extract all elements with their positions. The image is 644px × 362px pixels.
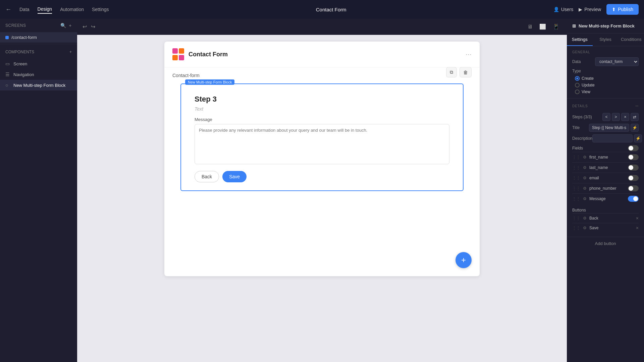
- nav-data[interactable]: Data: [19, 5, 30, 13]
- form-card-header: Contact Form ⋯: [164, 42, 480, 67]
- buttons-header-label: Buttons: [572, 208, 586, 213]
- title-input[interactable]: [589, 124, 629, 132]
- field-name-label: first_name: [589, 155, 625, 160]
- screens-section-header: Screens 🔍 +: [0, 19, 77, 32]
- undo-button[interactable]: ↩: [83, 23, 87, 30]
- nav-automation[interactable]: Automation: [60, 5, 84, 13]
- top-right-actions: 👤 Users ▶ Preview ⬆ Publish: [553, 4, 639, 15]
- preview-button[interactable]: ▶ Preview: [579, 7, 601, 12]
- type-view-label: View: [582, 89, 590, 94]
- message-field-label: Message: [195, 117, 449, 122]
- desc-input[interactable]: [592, 134, 633, 142]
- step-prev-button[interactable]: <: [602, 113, 610, 121]
- comp-form-block[interactable]: ○ New Multi-step Form Block: [0, 80, 77, 90]
- add-button-link[interactable]: Add button: [595, 241, 616, 246]
- back-button[interactable]: ←: [5, 6, 11, 13]
- back-form-button[interactable]: Back: [195, 171, 219, 182]
- field-drag-icon[interactable]: ⋮⋮: [572, 165, 580, 170]
- form-block-wrapper: New Multi-step Form Block Step 3 Text Me…: [172, 83, 472, 191]
- save-form-button[interactable]: Save: [222, 171, 247, 182]
- search-icon[interactable]: 🔍: [60, 23, 66, 28]
- field-email: ⋮⋮ ⚙ email: [572, 173, 639, 183]
- field-gear-icon[interactable]: ⚙: [583, 165, 587, 170]
- field-gear-icon[interactable]: ⚙: [583, 176, 587, 180]
- type-create-label: Create: [582, 76, 594, 81]
- add-fab-button[interactable]: +: [455, 252, 472, 268]
- btn-gear-icon[interactable]: ⚙: [583, 216, 587, 221]
- users-label: Users: [561, 7, 574, 12]
- comp-navigation[interactable]: ☰ Navigation: [0, 69, 77, 80]
- step-share-button[interactable]: ⇄: [631, 113, 639, 121]
- btn-drag-icon[interactable]: ⋮⋮: [572, 226, 580, 230]
- radio-view: [575, 89, 580, 94]
- page-title: Contact Form: [117, 7, 545, 12]
- tab-conditions[interactable]: Conditions: [618, 34, 644, 46]
- field-name-label: Message: [589, 196, 625, 201]
- form-card: Contact Form ⋯ Contact-form ⧉ 🗑 New Mult…: [164, 42, 480, 276]
- button-back: ⋮⋮ ⚙ Back ×: [572, 213, 639, 223]
- last-name-toggle[interactable]: [628, 165, 639, 171]
- btn-gear-icon[interactable]: ⚙: [583, 226, 587, 230]
- field-gear-icon[interactable]: ⚙: [583, 186, 587, 191]
- steps-label: Steps (3/3): [572, 115, 592, 119]
- step-next-button[interactable]: >: [612, 113, 620, 121]
- fields-master-toggle[interactable]: [628, 145, 639, 151]
- top-nav: ← Data Design Automation Settings Contac…: [0, 0, 644, 19]
- publish-button[interactable]: ⬆ Publish: [606, 4, 639, 15]
- delete-button[interactable]: 🗑: [460, 67, 472, 77]
- mobile-view-button[interactable]: 📱: [551, 22, 561, 31]
- type-create[interactable]: Create: [575, 76, 639, 81]
- view-buttons: 🖥 ⬜ 📱: [525, 22, 561, 31]
- add-component-icon[interactable]: +: [69, 50, 72, 54]
- desktop-view-button[interactable]: 🖥: [525, 22, 535, 31]
- users-icon: 👤: [553, 7, 559, 12]
- field-drag-icon[interactable]: ⋮⋮: [572, 155, 580, 160]
- field-last-name: ⋮⋮ ⚙ last_name: [572, 162, 639, 173]
- tab-settings[interactable]: Settings: [567, 34, 593, 46]
- details-collapse-icon[interactable]: −: [635, 103, 639, 110]
- field-drag-icon[interactable]: ⋮⋮: [572, 176, 580, 180]
- field-gear-icon[interactable]: ⚙: [583, 196, 587, 201]
- data-row: Data contact_form: [572, 57, 639, 66]
- field-drag-icon[interactable]: ⋮⋮: [572, 186, 580, 191]
- screen-item-contact-form[interactable]: /contact-form: [0, 32, 77, 43]
- step-title: Step 3: [195, 95, 449, 104]
- form-buttons: Back Save: [195, 171, 449, 182]
- data-select[interactable]: contact_form: [595, 57, 639, 66]
- email-toggle[interactable]: [628, 175, 639, 181]
- tablet-view-button[interactable]: ⬜: [537, 22, 548, 31]
- screen-item-label: /contact-form: [11, 35, 37, 40]
- copy-button[interactable]: ⧉: [446, 67, 457, 77]
- btn-save-close[interactable]: ×: [636, 225, 639, 231]
- type-update[interactable]: Update: [575, 83, 639, 87]
- form-block-inner: Step 3 Text Message Back Save: [181, 84, 463, 190]
- radio-update: [575, 83, 580, 87]
- message-textarea[interactable]: [195, 124, 449, 164]
- preview-icon: ▶: [579, 7, 582, 12]
- field-gear-icon[interactable]: ⚙: [583, 155, 587, 160]
- redo-button[interactable]: ↪: [91, 23, 95, 30]
- message-toggle[interactable]: [628, 196, 639, 202]
- button-save: ⋮⋮ ⚙ Save ×: [572, 223, 639, 233]
- btn-drag-icon[interactable]: ⋮⋮: [572, 216, 580, 221]
- tab-styles[interactable]: Styles: [593, 34, 619, 46]
- fields-header-row: Fields: [572, 145, 639, 151]
- btn-back-close[interactable]: ×: [636, 216, 639, 221]
- phone-toggle[interactable]: [628, 185, 639, 191]
- nav-settings[interactable]: Settings: [92, 5, 109, 13]
- type-view[interactable]: View: [575, 89, 639, 94]
- form-block[interactable]: New Multi-step Form Block Step 3 Text Me…: [180, 83, 464, 191]
- general-section: GENERAL Data contact_form Type Create Up…: [567, 46, 644, 99]
- btn-save-label: Save: [589, 226, 633, 230]
- users-button[interactable]: 👤 Users: [553, 7, 574, 12]
- first-name-toggle[interactable]: [628, 154, 639, 160]
- add-screen-icon[interactable]: +: [69, 23, 72, 28]
- field-drag-icon[interactable]: ⋮⋮: [572, 196, 580, 201]
- nav-design[interactable]: Design: [38, 5, 52, 14]
- desc-lightning-button[interactable]: ⚡: [634, 134, 642, 142]
- form-card-more-icon[interactable]: ⋯: [466, 51, 472, 58]
- step-close-button[interactable]: ×: [621, 113, 629, 121]
- panel-header-icon: ⊞: [572, 23, 576, 28]
- title-lightning-button[interactable]: ⚡: [631, 124, 639, 132]
- comp-screen[interactable]: ▭ Screen: [0, 58, 77, 69]
